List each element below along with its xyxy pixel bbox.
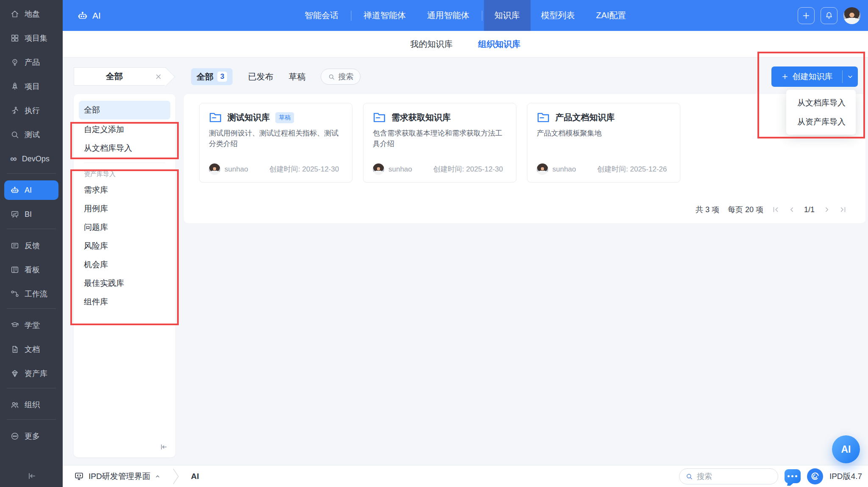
kb-card-title: 测试知识库	[227, 112, 270, 123]
bottom-status-bar: IPD研发管理界面 AI 搜索 IPD版4.7	[63, 465, 868, 487]
sidebar-item-program[interactable]: 项目集	[0, 28, 63, 48]
notification-button[interactable]	[821, 7, 837, 24]
tab-all-label: 全部	[197, 71, 214, 83]
create-kb-dropdown-toggle[interactable]	[843, 66, 858, 87]
filter-item-custom-add[interactable]: 自定义添加	[74, 120, 175, 139]
zentao-logo[interactable]	[807, 468, 823, 484]
kb-card-title: 产品文档知识库	[555, 112, 615, 123]
app-switcher-label: IPD研发管理界面	[89, 471, 150, 482]
next-page-icon[interactable]	[823, 206, 831, 213]
filter-item-best-practice-lib[interactable]: 最佳实践库	[74, 274, 175, 293]
gem-icon	[10, 369, 19, 378]
tab-my-knowledge-base[interactable]: 我的知识库	[410, 39, 453, 50]
panel-collapse-button[interactable]	[159, 443, 168, 451]
pagination-per-page[interactable]: 每页 20 项	[728, 205, 763, 215]
sidebar-item-product[interactable]: 产品	[0, 53, 63, 72]
bell-icon	[824, 11, 834, 20]
sidebar-item-school[interactable]: 学堂	[0, 315, 63, 335]
tab-draft[interactable]: 草稿	[288, 71, 305, 83]
sidebar-item-label: BI	[25, 210, 32, 219]
sidebar-item-ai[interactable]: AI	[4, 180, 58, 200]
sidebar-collapse-button[interactable]	[0, 471, 63, 481]
menu-item-import-from-doc[interactable]: 从文档库导入	[786, 93, 856, 112]
draft-status-badge: 草稿	[275, 112, 294, 123]
sidebar-item-qa[interactable]: 测试	[0, 125, 63, 144]
kb-card-description: 测试用例设计、测试过程相关指标、测试分类介绍	[209, 128, 343, 149]
create-kb-button[interactable]: 创建知识库	[771, 66, 842, 87]
kb-card-product-doc[interactable]: 产品文档知识库 产品文档模板聚集地 sunhao 创建时间: 2025-12-2…	[527, 103, 680, 183]
sidebar-item-label: 工作流	[25, 289, 47, 299]
robot-icon	[10, 185, 19, 195]
filter-item-all[interactable]: 全部	[79, 101, 170, 119]
sidebar-item-label: AI	[25, 186, 32, 195]
sidebar-item-feedback[interactable]: 反馈	[0, 236, 63, 255]
sidebar-divider	[7, 388, 56, 388]
tab-all[interactable]: 全部 3	[191, 68, 233, 85]
filter-item-component-lib[interactable]: 组件库	[74, 293, 175, 311]
filter-item-requirement-lib[interactable]: 需求库	[74, 181, 175, 199]
sidebar-item-doc[interactable]: 文档	[0, 340, 63, 359]
tab-published[interactable]: 已发布	[248, 71, 273, 83]
sidebar-item-bi[interactable]: BI	[0, 205, 63, 224]
sidebar-item-label: 反馈	[25, 241, 40, 251]
folder-icon	[373, 112, 386, 123]
last-page-icon[interactable]	[839, 206, 847, 213]
navbar-separator	[351, 11, 351, 21]
runner-icon	[10, 106, 19, 115]
sidebar-item-more[interactable]: 更多	[0, 426, 63, 446]
app-switcher[interactable]: IPD研发管理界面	[74, 471, 161, 482]
plus-icon	[801, 11, 811, 20]
version-label: IPD版4.7	[829, 471, 862, 482]
first-page-icon[interactable]	[772, 206, 779, 213]
footer-search-input[interactable]: 搜索	[679, 468, 778, 484]
filter-item-opportunity-lib[interactable]: 机会库	[74, 255, 175, 274]
filter-item-issue-lib[interactable]: 问题库	[74, 218, 175, 237]
sidebar-item-org[interactable]: 组织	[0, 395, 63, 415]
prev-page-icon[interactable]	[788, 206, 796, 213]
kb-card-requirement[interactable]: 需求获取知识库 包含需求获取基本理论和需求获取方法工具介绍 sunhao 创建时…	[363, 103, 516, 183]
folder-icon	[209, 112, 222, 123]
pagination: 共 3 项 每页 20 项 1/1	[696, 205, 847, 215]
filter-item-case-lib[interactable]: 用例库	[74, 199, 175, 218]
nav-item-zai-config[interactable]: ZAI配置	[585, 0, 637, 31]
menu-item-import-from-asset[interactable]: 从资产库导入	[786, 112, 856, 131]
sidebar-item-workflow[interactable]: 工作流	[0, 284, 63, 304]
nav-item-zentao-agent[interactable]: 禅道智能体	[353, 0, 416, 31]
robot-icon	[77, 10, 88, 21]
breadcrumb-current: AI	[191, 472, 199, 481]
monitor-icon	[74, 471, 84, 481]
nav-item-smart-chat[interactable]: 智能会话	[294, 0, 349, 31]
ai-assistant-fab[interactable]: AI	[832, 435, 860, 463]
sidebar-item-assets[interactable]: 资产库	[0, 364, 63, 383]
tab-all-count-badge: 3	[217, 72, 227, 82]
more-icon	[10, 432, 19, 441]
sidebar-item-label: 更多	[25, 431, 40, 441]
user-avatar[interactable]	[843, 7, 860, 24]
sidebar-item-kanban[interactable]: 看板	[0, 260, 63, 279]
nav-item-knowledge-base[interactable]: 知识库	[484, 0, 530, 31]
filter-chip[interactable]: 全部	[74, 67, 166, 86]
navbar-separator	[482, 11, 482, 21]
kb-card-test[interactable]: 测试知识库 草稿 测试用例设计、测试过程相关指标、测试分类介绍 sunhao 创…	[199, 103, 352, 183]
sidebar-divider	[7, 308, 56, 309]
owner-avatar	[209, 163, 220, 175]
tab-org-knowledge-base[interactable]: 组织知识库	[478, 39, 521, 50]
add-button[interactable]	[798, 7, 815, 24]
close-icon[interactable]	[155, 73, 162, 80]
filter-item-doc-import[interactable]: 从文档库导入	[74, 139, 175, 158]
sidebar-item-home[interactable]: 地盘	[0, 4, 63, 24]
filter-item-risk-lib[interactable]: 风险库	[74, 237, 175, 255]
nav-item-general-agent[interactable]: 通用智能体	[416, 0, 480, 31]
sidebar-item-project[interactable]: 项目	[0, 77, 63, 96]
feedback-chat-icon[interactable]	[785, 469, 801, 483]
asset-import-section-label: 资产库导入	[74, 167, 175, 181]
search-button[interactable]: 搜索	[321, 69, 361, 85]
kb-card-list: 测试知识库 草稿 测试用例设计、测试过程相关指标、测试分类介绍 sunhao 创…	[184, 94, 865, 183]
rocket-icon	[10, 82, 19, 91]
nav-item-model-list[interactable]: 模型列表	[530, 0, 585, 31]
sidebar-divider	[7, 419, 56, 420]
sidebar-item-devops[interactable]: ∞ DevOps	[0, 149, 63, 169]
sidebar-item-label: 学堂	[25, 320, 40, 330]
sidebar-item-label: 项目集	[25, 33, 47, 43]
sidebar-item-execution[interactable]: 执行	[0, 101, 63, 120]
